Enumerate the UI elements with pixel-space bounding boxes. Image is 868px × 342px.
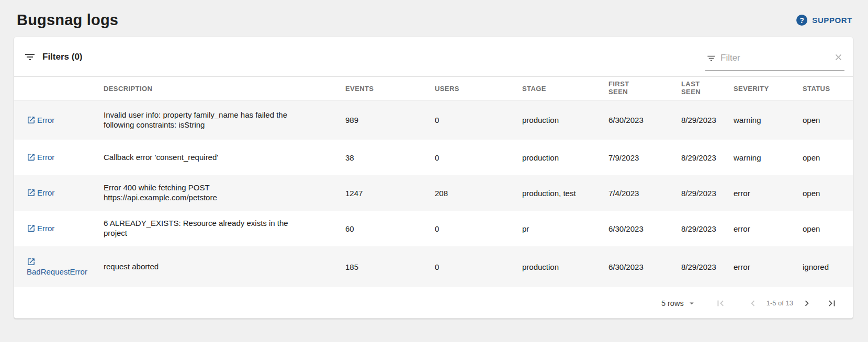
stage-cell: production, test [522,189,608,198]
description-cell: Callback error 'consent_required' [104,153,345,163]
help-icon: ? [796,15,807,26]
chevron-down-icon [687,299,696,308]
stage-cell: production [522,116,608,124]
stage-cell: production [522,153,608,162]
col-header-events: EVENTS [345,85,435,93]
next-page-button[interactable] [798,295,815,312]
first-seen-cell: 7/4/2023 [608,189,681,198]
open-in-new-icon [27,188,36,197]
severity-cell: warning [734,116,803,124]
users-cell: 0 [435,224,522,233]
logs-card: Filters (0) DESCRIPTION EVENTS USERS STA… [14,37,853,318]
open-in-new-icon [27,153,36,162]
col-header-stage: STAGE [522,85,608,93]
filters-toolbar: Filters (0) [14,37,853,77]
pagination-range-label: 1-5 of 13 [766,299,793,307]
col-header-status: STATUS [803,85,853,93]
first-seen-cell: 6/30/2023 [608,224,681,233]
col-header-first-seen: FIRST SEEN [608,81,681,96]
users-cell: 0 [435,116,522,124]
table-row: Error Error 400 while fetching POST http… [14,175,853,211]
support-button[interactable]: ? SUPPORT [796,15,852,26]
users-cell: 0 [435,263,522,271]
error-detail-link[interactable]: Error [27,116,54,124]
events-cell: 989 [345,116,435,124]
filter-list-icon [24,51,36,63]
status-cell: ignored [803,263,853,271]
previous-page-button[interactable] [745,295,761,312]
filter-input[interactable] [720,53,829,63]
col-header-last-seen: LAST SEEN [681,81,734,96]
last-seen-cell: 8/29/2023 [681,224,734,233]
page-title: Bugsnag logs [17,12,118,29]
filters-label: Filters (0) [42,52,83,62]
severity-cell: warning [734,153,803,162]
rows-per-page-label: 5 rows [661,299,684,307]
first-seen-cell: 6/30/2023 [608,263,681,271]
clear-filter-button[interactable] [833,52,843,64]
events-cell: 60 [345,224,435,233]
stage-cell: production [522,263,608,271]
status-cell: open [803,116,853,124]
col-header-severity: SEVERITY [734,85,803,93]
filter-input-icon [706,53,716,63]
severity-cell: error [734,224,803,233]
stage-cell: pr [522,224,608,233]
status-cell: open [803,153,853,162]
description-cell: Error 400 while fetching POST https://ap… [104,183,345,203]
last-seen-cell: 8/29/2023 [681,189,734,198]
col-header-description: DESCRIPTION [104,85,345,93]
page-header: Bugsnag logs ? SUPPORT [0,0,868,37]
description-cell: request aborted [104,262,345,272]
description-cell: 6 ALREADY_EXISTS: Resource already exist… [104,219,345,238]
support-label: SUPPORT [812,16,852,25]
description-cell: Invalid user info: property family_name … [104,110,345,130]
first-page-button[interactable] [712,295,729,312]
events-cell: 38 [345,153,435,162]
last-seen-cell: 8/29/2023 [681,263,734,271]
last-seen-cell: 8/29/2023 [681,116,734,124]
logs-table: DESCRIPTION EVENTS USERS STAGE FIRST SEE… [14,77,853,288]
open-in-new-icon [27,224,36,233]
pagination-bar: 5 rows 1-5 of 13 [14,288,853,318]
error-detail-link[interactable]: Error [27,188,54,197]
table-row: Error Callback error 'consent_required' … [14,140,853,175]
error-detail-link[interactable]: Error [27,153,54,162]
table-row: Error Invalid user info: property family… [14,100,853,140]
status-cell: open [803,189,853,198]
first-seen-cell: 7/9/2023 [608,153,681,162]
open-in-new-icon [27,257,36,266]
error-detail-link[interactable]: Error [27,224,54,233]
table-row: Error 6 ALREADY_EXISTS: Resource already… [14,211,853,246]
severity-cell: error [734,263,803,271]
error-detail-link[interactable]: BadRequestError [27,257,87,277]
users-cell: 208 [435,189,522,198]
severity-cell: error [734,189,803,198]
status-cell: open [803,224,853,233]
events-cell: 1247 [345,189,435,198]
rows-per-page-select[interactable]: 5 rows [661,299,696,308]
last-seen-cell: 8/29/2023 [681,153,734,162]
open-in-new-icon [27,116,36,124]
table-row: BadRequestError request aborted 185 0 pr… [14,246,853,287]
events-cell: 185 [345,263,435,271]
users-cell: 0 [435,153,522,162]
last-page-button[interactable] [824,295,840,312]
first-seen-cell: 6/30/2023 [608,116,681,124]
col-header-users: USERS [435,85,522,93]
filters-toggle[interactable]: Filters (0) [24,51,83,63]
filter-field [705,49,844,71]
table-header-row: DESCRIPTION EVENTS USERS STAGE FIRST SEE… [14,77,853,100]
